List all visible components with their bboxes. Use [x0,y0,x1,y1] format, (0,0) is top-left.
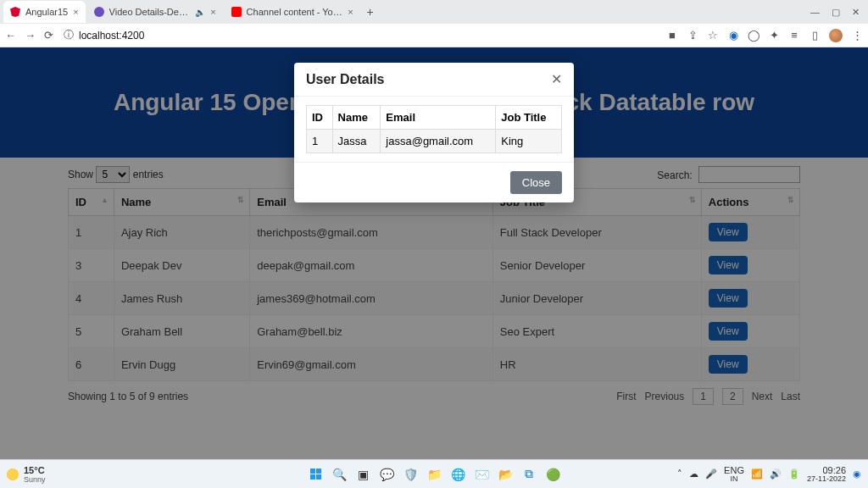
angular-icon [10,7,20,17]
weather-widget[interactable]: 15°C Sunny [7,465,46,484]
edge-icon[interactable]: 🌐 [448,465,467,484]
url-text: localhost:4200 [79,30,144,42]
menu-icon[interactable]: ⋮ [851,30,863,42]
new-tab-button[interactable]: + [362,3,379,20]
app-icon[interactable]: 🛡️ [401,465,420,484]
modal-overlay[interactable]: User Details ✕ IDNameEmailJob Title 1Jas… [0,47,868,459]
page-viewport: Angular 15 Open Bootstrap Modal on click… [0,47,868,459]
share-icon[interactable]: ⇪ [687,30,698,42]
tab-title: Video Details-DemoAir Scre... [109,7,191,17]
vscode-icon[interactable]: ⧉ [520,465,538,484]
modal-cell-name: Jassa [332,130,381,153]
sun-icon [7,469,19,480]
lang-label[interactable]: ENG [724,466,744,475]
modal-column-header: ID [307,106,333,130]
modal-cell-email: jassa@gmail.com [381,130,496,153]
modal-column-header: Email [381,106,496,130]
panel-icon[interactable]: ▯ [809,30,821,42]
forward-icon[interactable]: → [25,29,36,42]
close-icon[interactable]: × [210,7,215,17]
mic-icon[interactable]: 🎤 [705,469,717,480]
clock-date: 27-11-2022 [807,475,846,483]
battery-icon[interactable]: 🔋 [788,469,800,480]
modal-cell-id: 1 [307,130,333,153]
info-icon[interactable]: ⓘ [64,28,74,42]
extension-icon[interactable]: ◯ [748,30,760,42]
tab-title: Angular15 [25,7,68,17]
profile-avatar[interactable] [829,29,843,42]
close-icon[interactable]: × [73,7,78,17]
wifi-icon[interactable]: 📶 [751,469,763,480]
video-icon[interactable]: ■ [666,30,678,42]
chrome-icon[interactable]: 🟢 [543,465,562,484]
youtube-icon [231,7,242,17]
browser-tab-youtube[interactable]: Channel content - YouTube Stu... × [225,1,360,23]
list-icon[interactable]: ≡ [788,30,800,42]
cloud-icon[interactable]: ☁ [689,469,698,480]
weather-cond: Sunny [24,475,46,484]
user-details-table: IDNameEmailJob Title 1Jassajassa@gmail.c… [306,105,562,153]
puzzle-icon[interactable]: ✦ [768,30,780,42]
dot-icon [94,7,104,17]
window-minimize-icon[interactable]: ― [810,7,820,18]
browser-toolbar: ← → ⟳ ⓘ localhost:4200 ■ ⇪ ☆ ◉ ◯ ✦ ≡ ▯ ⋮ [0,24,868,47]
close-button[interactable]: Close [510,171,562,194]
window-close-icon[interactable]: ✕ [852,7,860,18]
reload-icon[interactable]: ⟳ [44,29,53,42]
browser-tab-angular[interactable]: Angular15 × [3,1,86,23]
clock-time[interactable]: 09:26 [807,466,846,475]
chevron-up-icon[interactable]: ˄ [677,469,682,480]
extension-icon[interactable]: ◉ [727,30,739,42]
address-bar[interactable]: ⓘ localhost:4200 [64,28,144,42]
close-icon[interactable]: ✕ [551,71,562,87]
windows-taskbar: 15°C Sunny 🔍 ▣ 💬 🛡️ 📁 🌐 ✉️ 📂 ⧉ 🟢 ˄ ☁ 🎤 E… [0,459,868,488]
explorer-icon[interactable]: 📁 [425,465,443,484]
taskview-icon[interactable]: ▣ [353,465,372,484]
modal-cell-job: King [496,130,562,153]
user-details-modal: User Details ✕ IDNameEmailJob Title 1Jas… [294,63,574,202]
mail-icon[interactable]: ✉️ [472,465,491,484]
chat-icon[interactable]: 💬 [377,465,396,484]
modal-column-header: Name [332,106,381,130]
volume-icon[interactable]: 🔊 [770,469,782,480]
weather-temp: 15°C [24,465,46,475]
modal-column-header: Job Title [496,106,562,130]
browser-tabbar: Angular15 × Video Details-DemoAir Scre..… [0,0,868,24]
close-icon[interactable]: × [348,7,353,17]
start-button[interactable] [306,465,325,484]
tab-title: Channel content - YouTube Stu... [247,7,343,17]
window-maximize-icon[interactable]: ▢ [832,7,840,18]
folder-icon[interactable]: 📂 [496,465,515,484]
search-icon[interactable]: 🔍 [330,465,348,484]
browser-tab-demoair[interactable]: Video Details-DemoAir Scre... 🔈 × [87,1,223,23]
back-icon[interactable]: ← [5,29,16,42]
star-icon[interactable]: ☆ [707,30,719,42]
modal-title: User Details [306,72,385,87]
region-label: IN [724,475,744,483]
audio-icon: 🔈 [195,8,205,17]
notification-icon[interactable]: ◉ [853,469,861,480]
